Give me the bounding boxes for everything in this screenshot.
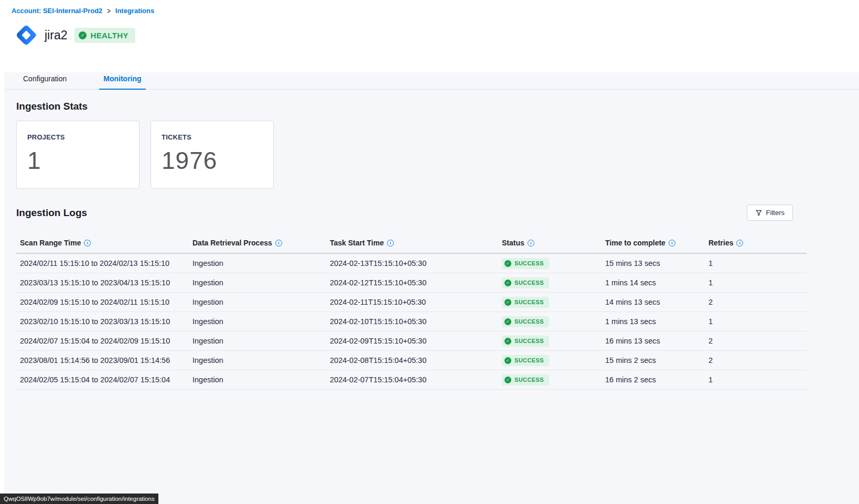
cell-retries: 2 bbox=[705, 356, 807, 364]
cell-status: ✓ SUCCESS bbox=[498, 336, 602, 347]
cell-task-start: 2024-02-12T15:15:10+05:30 bbox=[326, 278, 498, 287]
cell-process: Ingestion bbox=[189, 278, 326, 287]
cell-retries: 2 bbox=[705, 337, 807, 345]
cell-scan-range: 2023/02/10 15:15:10 to 2023/03/13 15:15:… bbox=[16, 317, 189, 326]
column-header-retries: Retries i bbox=[705, 239, 807, 247]
status-label: SUCCESS bbox=[514, 260, 544, 266]
breadcrumb-account-link[interactable]: Account: SEI-Internal-Prod2 bbox=[12, 7, 102, 15]
info-icon[interactable]: i bbox=[528, 240, 534, 246]
cell-retries: 1 bbox=[705, 376, 807, 384]
cell-time-to-complete: 16 mins 2 secs bbox=[602, 376, 705, 384]
stat-label: TICKETS bbox=[162, 133, 263, 141]
stat-card-tickets: TICKETS 1976 bbox=[151, 121, 274, 189]
success-check-icon: ✓ bbox=[504, 318, 511, 325]
cell-scan-range: 2024/02/07 15:15:04 to 2024/02/09 15:15:… bbox=[16, 337, 189, 345]
main-panel: Configuration Monitoring Ingestion Stats… bbox=[4, 72, 859, 504]
success-check-icon: ✓ bbox=[504, 280, 511, 286]
success-check-icon: ✓ bbox=[504, 260, 511, 267]
filters-button[interactable]: Filters bbox=[747, 205, 793, 221]
cell-scan-range: 2024/02/05 15:15:04 to 2024/02/07 15:15:… bbox=[16, 376, 189, 384]
cell-retries: 2 bbox=[705, 298, 807, 306]
status-badge: ✓ SUCCESS bbox=[502, 374, 549, 385]
status-badge: ✓ SUCCESS bbox=[502, 316, 549, 327]
filter-funnel-icon bbox=[755, 209, 763, 217]
health-check-icon: ✓ bbox=[79, 31, 87, 39]
column-header-scan-range: Scan Range Time i bbox=[16, 239, 189, 247]
cell-process: Ingestion bbox=[189, 259, 326, 267]
cell-process: Ingestion bbox=[189, 376, 326, 384]
cell-task-start: 2024-02-10T15:15:10+05:30 bbox=[326, 317, 498, 326]
column-header-time-to-complete: Time to complete i bbox=[602, 239, 705, 247]
cell-time-to-complete: 14 mins 13 secs bbox=[602, 298, 705, 306]
ingestion-logs-header-row: Ingestion Logs Filters bbox=[16, 205, 793, 221]
stat-value: 1976 bbox=[162, 146, 263, 175]
column-header-task-start: Task Start Time i bbox=[326, 239, 498, 247]
status-badge: ✓ SUCCESS bbox=[502, 355, 549, 366]
page-body: Configuration Monitoring Ingestion Stats… bbox=[0, 72, 859, 504]
cell-status: ✓ SUCCESS bbox=[498, 316, 602, 327]
table-row[interactable]: 2023/08/01 15:14:56 to 2023/09/01 15:14:… bbox=[16, 351, 807, 370]
info-icon[interactable]: i bbox=[669, 240, 675, 246]
info-icon[interactable]: i bbox=[387, 240, 394, 246]
status-label: SUCCESS bbox=[514, 338, 544, 344]
table-row[interactable]: 2024/02/05 15:15:04 to 2024/02/07 15:15:… bbox=[16, 370, 807, 390]
stat-cards-row: PROJECTS 1 TICKETS 1976 bbox=[16, 121, 859, 189]
table-row[interactable]: 2024/02/07 15:15:04 to 2024/02/09 15:15:… bbox=[16, 331, 807, 351]
integration-title-row: jira2 ✓ HEALTHY bbox=[12, 20, 859, 50]
table-body: 2024/02/11 15:15:10 to 2024/02/13 15:15:… bbox=[16, 254, 807, 390]
cell-status: ✓ SUCCESS bbox=[498, 277, 602, 288]
cell-scan-range: 2023/08/01 15:14:56 to 2023/09/01 15:14:… bbox=[16, 356, 189, 364]
cell-status: ✓ SUCCESS bbox=[498, 297, 602, 308]
cell-retries: 1 bbox=[705, 259, 807, 267]
filters-button-label: Filters bbox=[766, 209, 785, 217]
cell-time-to-complete: 15 mins 13 secs bbox=[602, 259, 705, 267]
status-badge: ✓ SUCCESS bbox=[502, 297, 549, 308]
status-label: SUCCESS bbox=[514, 318, 544, 325]
ingestion-logs-table: Scan Range Time i Data Retrieval Process… bbox=[16, 231, 807, 390]
breadcrumb-integrations-link[interactable]: Integrations bbox=[115, 7, 154, 15]
table-row[interactable]: 2023/02/10 15:15:10 to 2023/03/13 15:15:… bbox=[16, 312, 807, 331]
ingestion-stats-heading: Ingestion Stats bbox=[16, 101, 859, 112]
cell-scan-range: 2024/02/11 15:15:10 to 2024/02/13 15:15:… bbox=[16, 259, 189, 267]
cell-process: Ingestion bbox=[189, 317, 326, 326]
success-check-icon: ✓ bbox=[504, 338, 511, 345]
cell-task-start: 2024-02-09T15:15:10+05:30 bbox=[326, 337, 498, 345]
info-icon[interactable]: i bbox=[84, 240, 91, 246]
cell-process: Ingestion bbox=[189, 337, 326, 345]
cell-time-to-complete: 15 mins 2 secs bbox=[602, 356, 705, 364]
cell-task-start: 2024-02-11T15:15:10+05:30 bbox=[326, 298, 498, 306]
integration-name: jira2 bbox=[45, 28, 67, 42]
jira-logo-icon bbox=[12, 20, 41, 50]
success-check-icon: ✓ bbox=[504, 377, 511, 383]
health-status-badge: ✓ HEALTHY bbox=[74, 28, 135, 43]
success-check-icon: ✓ bbox=[504, 357, 511, 364]
cell-task-start: 2024-02-07T15:15:04+05:30 bbox=[326, 376, 498, 384]
status-badge: ✓ SUCCESS bbox=[502, 258, 549, 269]
status-label: SUCCESS bbox=[514, 377, 544, 383]
stat-label: PROJECTS bbox=[27, 133, 128, 141]
cell-scan-range: 2023/03/13 15:15:10 to 2023/04/13 15:15:… bbox=[16, 278, 189, 287]
page-header: Account: SEI-Internal-Prod2 > Integratio… bbox=[0, 0, 859, 72]
status-badge: ✓ SUCCESS bbox=[502, 277, 549, 288]
tab-configuration[interactable]: Configuration bbox=[23, 74, 67, 90]
table-row[interactable]: 2024/02/09 15:15:10 to 2024/02/11 15:15:… bbox=[16, 293, 807, 312]
breadcrumb: Account: SEI-Internal-Prod2 > Integratio… bbox=[12, 7, 859, 15]
cell-time-to-complete: 1 mins 13 secs bbox=[602, 317, 705, 326]
cell-time-to-complete: 1 mins 14 secs bbox=[602, 278, 705, 287]
cell-status: ✓ SUCCESS bbox=[498, 258, 602, 269]
ingestion-logs-heading: Ingestion Logs bbox=[16, 207, 87, 219]
info-icon[interactable]: i bbox=[275, 240, 282, 246]
info-icon[interactable]: i bbox=[736, 240, 743, 246]
cell-scan-range: 2024/02/09 15:15:10 to 2024/02/11 15:15:… bbox=[16, 298, 189, 306]
url-status-tooltip: QwqOSlIWp9ob7w/module/sei/configuration/… bbox=[0, 494, 158, 504]
cell-retries: 1 bbox=[705, 317, 807, 326]
column-header-process: Data Retrieval Process i bbox=[189, 239, 326, 247]
status-label: SUCCESS bbox=[514, 280, 544, 286]
table-row[interactable]: 2023/03/13 15:15:10 to 2023/04/13 15:15:… bbox=[16, 273, 807, 293]
success-check-icon: ✓ bbox=[504, 299, 511, 306]
cell-time-to-complete: 16 mins 13 secs bbox=[602, 337, 705, 345]
stat-value: 1 bbox=[27, 146, 128, 175]
table-row[interactable]: 2024/02/11 15:15:10 to 2024/02/13 15:15:… bbox=[16, 254, 807, 273]
cell-task-start: 2024-02-13T15:15:10+05:30 bbox=[326, 259, 498, 267]
tab-monitoring[interactable]: Monitoring bbox=[99, 74, 145, 90]
